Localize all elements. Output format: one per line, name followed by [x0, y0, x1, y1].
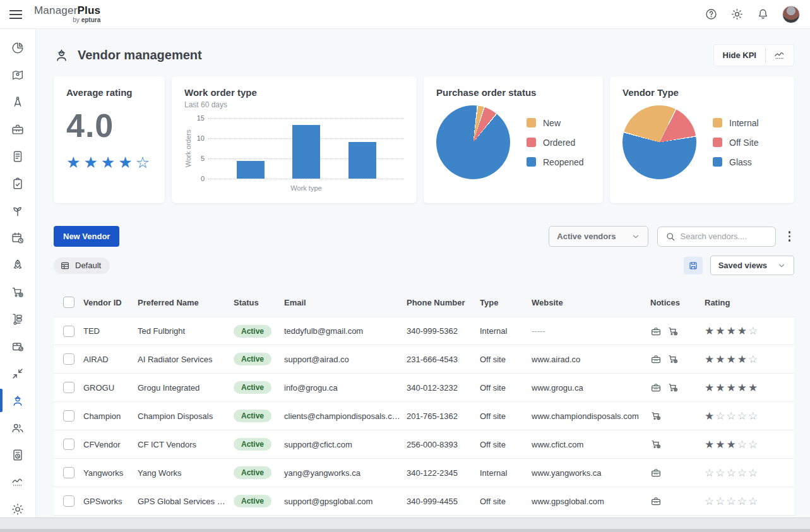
cell-vendor-id: CFVendor	[83, 440, 138, 449]
default-view-chip[interactable]: Default	[54, 257, 110, 274]
hamburger-menu-icon[interactable]	[8, 6, 24, 23]
sidebar-item-inventory[interactable]	[0, 333, 35, 360]
new-vendor-button[interactable]: New Vendor	[54, 226, 119, 247]
table-row-ted[interactable]: TED Ted Fulbright Active teddyfulb@gmail…	[54, 317, 794, 345]
row-checkbox[interactable]	[63, 410, 74, 422]
sidebar-item-assets[interactable]	[0, 88, 35, 115]
row-checkbox[interactable]	[63, 326, 74, 337]
row-checkbox[interactable]	[63, 353, 74, 365]
header-cell-status[interactable]: Status	[234, 298, 284, 307]
toolbox-icon	[650, 495, 662, 507]
cell-status: Active	[234, 438, 284, 451]
kpi-chart-icon[interactable]	[773, 49, 786, 62]
cell-website: www.airad.co	[532, 355, 650, 364]
row-checkbox[interactable]	[63, 439, 74, 450]
table-row-yangworks[interactable]: Yangworks Yang Works Active yang@yangwor…	[54, 459, 794, 487]
cell-checkbox	[54, 410, 83, 422]
table-row-cfvendor[interactable]: CFVendor CF ICT Vendors Active support@c…	[54, 430, 794, 459]
sidebar-item-work-orders[interactable]	[0, 115, 35, 143]
sidebar-item-purchase-orders[interactable]	[0, 278, 35, 305]
row-checkbox[interactable]	[63, 467, 74, 478]
bottom-scrollbar-track[interactable]	[0, 517, 810, 532]
average-rating-stars: ★★★★☆	[66, 153, 152, 172]
cell-checkbox	[54, 495, 83, 507]
cell-phone: 340-999-4455	[407, 497, 480, 506]
sidebar-item-logs[interactable]	[0, 441, 35, 468]
cell-type: Off site	[480, 383, 532, 393]
cell-notices	[650, 382, 705, 393]
toolbox-icon	[11, 122, 25, 136]
cart-plus-icon	[667, 382, 679, 393]
cell-website: www.grogu.ca	[532, 383, 650, 393]
topbar-actions	[705, 6, 800, 23]
cell-notices	[650, 326, 705, 337]
header-cell-preferred-name[interactable]: Preferred Name	[138, 298, 234, 307]
sidebar	[0, 29, 36, 532]
card-title: Work order type	[184, 87, 404, 98]
row-checkbox[interactable]	[63, 382, 74, 393]
legend-swatch	[713, 118, 722, 127]
card-title: Average rating	[66, 87, 152, 98]
sidebar-item-schedule[interactable]	[0, 224, 35, 251]
sidebar-item-projects[interactable]	[0, 251, 35, 278]
logo-text-manager: Manager	[34, 4, 78, 16]
sidebar-item-inspections[interactable]	[0, 170, 35, 197]
y-axis-label: Work orders	[184, 118, 192, 179]
settings-gear-icon[interactable]	[730, 8, 744, 21]
map-icon	[11, 68, 25, 82]
legend-item: Ordered	[527, 138, 584, 148]
vendor-filter-dropdown[interactable]: Active vendors	[549, 226, 648, 247]
header-cell-rating[interactable]: Rating	[705, 298, 794, 307]
select-all-checkbox[interactable]	[63, 297, 74, 308]
toolbox-icon	[650, 326, 662, 337]
toolbox-icon	[650, 467, 662, 478]
sidebar-item-transfers[interactable]	[0, 360, 35, 387]
header-cell-notices[interactable]: Notices	[650, 298, 705, 307]
status-badge: Active	[234, 353, 271, 365]
header-cell-website[interactable]: Website	[532, 298, 650, 307]
search-input[interactable]	[681, 232, 768, 241]
legend-swatch	[527, 138, 536, 147]
table-row-airad[interactable]: AIRAD AI Radiator Services Active suppor…	[54, 345, 794, 374]
user-avatar[interactable]	[782, 6, 800, 23]
calendar-clock-icon	[11, 231, 25, 245]
table-row-gpsworks[interactable]: GPSworks GPS Global Services Inc Active …	[54, 487, 794, 516]
cell-status: Active	[234, 325, 284, 338]
cell-vendor-id: AIRAD	[83, 355, 138, 364]
notifications-bell-icon[interactable]	[756, 8, 770, 21]
worker-icon	[11, 394, 25, 408]
sidebar-item-vendors[interactable]	[0, 387, 35, 414]
cell-rating: ★☆☆☆☆	[705, 410, 794, 423]
sidebar-item-receiving[interactable]	[0, 305, 35, 333]
cell-notices	[650, 410, 705, 422]
sidebar-item-customers[interactable]	[0, 414, 35, 441]
top-bar: ManagerPlus by eptura	[0, 0, 810, 29]
legend-item: New	[527, 118, 584, 128]
cell-type: Off site	[480, 497, 532, 506]
hide-kpi-button[interactable]: Hide KPI	[714, 45, 765, 66]
header-cell-type[interactable]: Type	[480, 298, 532, 307]
cell-rating: ★★★★★	[705, 381, 794, 394]
sidebar-item-locations[interactable]	[0, 61, 35, 88]
app-logo: ManagerPlus by eptura	[34, 5, 100, 23]
row-checkbox[interactable]	[63, 495, 74, 507]
header-cell-email[interactable]: Email	[284, 298, 407, 307]
table-row-champion[interactable]: Champion Champion Disposals Active clien…	[54, 402, 794, 430]
save-view-button[interactable]	[684, 257, 703, 275]
status-badge: Active	[234, 381, 271, 394]
more-options-kebab[interactable]	[785, 228, 795, 244]
sidebar-item-invoices[interactable]	[0, 143, 35, 170]
cart-plus-icon	[11, 285, 25, 299]
cell-status: Active	[234, 495, 284, 507]
saved-views-dropdown[interactable]: Saved views	[710, 256, 794, 275]
sidebar-item-dashboard[interactable]	[0, 34, 35, 61]
table-row-grogu[interactable]: GROGU Grogu Integrated Active info@grogu…	[54, 374, 794, 402]
help-icon[interactable]	[705, 8, 718, 21]
cell-checkbox	[54, 326, 83, 337]
header-cell-vendor-id[interactable]: Vendor ID	[83, 298, 138, 307]
cell-phone: 256-000-8393	[407, 440, 480, 449]
header-cell-phone-number[interactable]: Phone Number	[407, 298, 480, 307]
sidebar-item-grounds[interactable]	[0, 197, 35, 224]
sidebar-item-reports[interactable]	[0, 468, 35, 495]
purchase-order-status-legend: New Ordered Reopened	[527, 118, 584, 167]
